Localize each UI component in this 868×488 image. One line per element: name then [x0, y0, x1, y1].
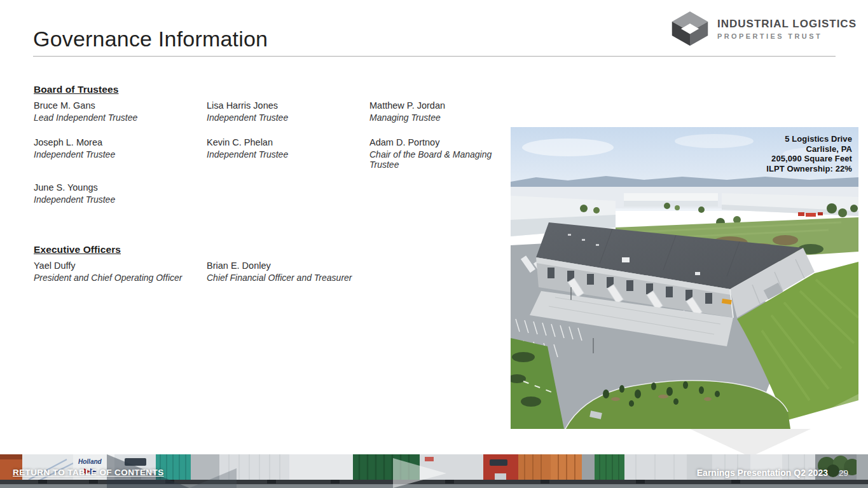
trustee-name: Adam D. Portnoy: [369, 136, 504, 149]
footer-meta: Earnings Presentation Q2 2023 29: [697, 468, 848, 478]
logo-wordmark: INDUSTRIAL LOGISTICS PROPERTIES TRUST: [717, 18, 857, 40]
trustee-card: Joseph L. Morea Independent Trustee: [34, 136, 200, 160]
logo-subname: PROPERTIES TRUST: [717, 32, 857, 40]
slide: Governance Information INDUSTRIAL LOGIST…: [0, 0, 868, 488]
trustee-card: Bruce M. Gans Lead Independent Trustee: [34, 99, 200, 123]
trustee-card: Matthew P. Jordan Managing Trustee: [369, 99, 506, 123]
officer-card: Yael Duffy President and Chief Operating…: [34, 259, 207, 283]
officer-name: Yael Duffy: [34, 259, 207, 273]
trustee-card: Lisa Harris Jones Independent Trustee: [207, 99, 373, 123]
chevron-watermark: [690, 429, 811, 457]
trustee-card: June S. Youngs Independent Trustee: [34, 181, 200, 205]
officer-title: Chief Financial Officer and Treasurer: [207, 273, 380, 283]
property-ownership: ILPT Ownership: 22%: [766, 164, 852, 174]
trustee-title: Chair of the Board & Managing Trustee: [369, 150, 504, 170]
trustee-card: Adam D. Portnoy Chair of the Board & Man…: [369, 136, 504, 170]
trustee-title: Independent Trustee: [207, 150, 373, 160]
trustee-name: Kevin C. Phelan: [207, 136, 373, 149]
trustee-title: Lead Independent Trustee: [34, 113, 200, 123]
truck-brand-text: Holland: [78, 458, 102, 465]
trustee-title: Managing Trustee: [369, 113, 506, 123]
presentation-label: Earnings Presentation Q2 2023: [697, 468, 828, 478]
trustee-title: Independent Trustee: [34, 150, 200, 160]
executive-heading: Executive Officers: [34, 244, 121, 255]
trustee-card: Kevin C. Phelan Independent Trustee: [207, 136, 373, 160]
page-title: Governance Information: [33, 27, 268, 51]
trustee-name: Bruce M. Gans: [34, 99, 200, 112]
footer-bar: Holland: [0, 454, 868, 488]
property-photo: 5 Logistics Drive Carlisle, PA 205,090 S…: [511, 127, 858, 429]
cube-logo-icon: [670, 11, 710, 46]
officer-title: President and Chief Operating Officer: [34, 273, 207, 283]
officer-name: Brian E. Donley: [207, 259, 380, 273]
logo-name: INDUSTRIAL LOGISTICS: [717, 18, 857, 30]
trustee-title: Independent Trustee: [207, 113, 373, 123]
property-address: 5 Logistics Drive: [766, 134, 852, 144]
trustee-name: Matthew P. Jordan: [369, 99, 506, 112]
property-size: 205,090 Square Feet: [766, 154, 852, 164]
trustee-name: Joseph L. Morea: [34, 136, 200, 149]
trustee-name: Lisa Harris Jones: [207, 99, 373, 112]
company-logo: INDUSTRIAL LOGISTICS PROPERTIES TRUST: [670, 11, 857, 46]
trustee-name: June S. Youngs: [34, 181, 200, 194]
trustee-title: Independent Trustee: [34, 195, 200, 205]
property-caption: 5 Logistics Drive Carlisle, PA 205,090 S…: [766, 134, 852, 173]
return-to-toc-link[interactable]: RETURN TO TABLE OF CONTENTS: [13, 468, 164, 477]
officer-card: Brian E. Donley Chief Financial Officer …: [207, 259, 380, 283]
board-heading: Board of Trustees: [34, 84, 118, 95]
page-number: 29: [839, 468, 848, 478]
title-divider: [33, 56, 836, 57]
property-city: Carlisle, PA: [766, 144, 852, 154]
